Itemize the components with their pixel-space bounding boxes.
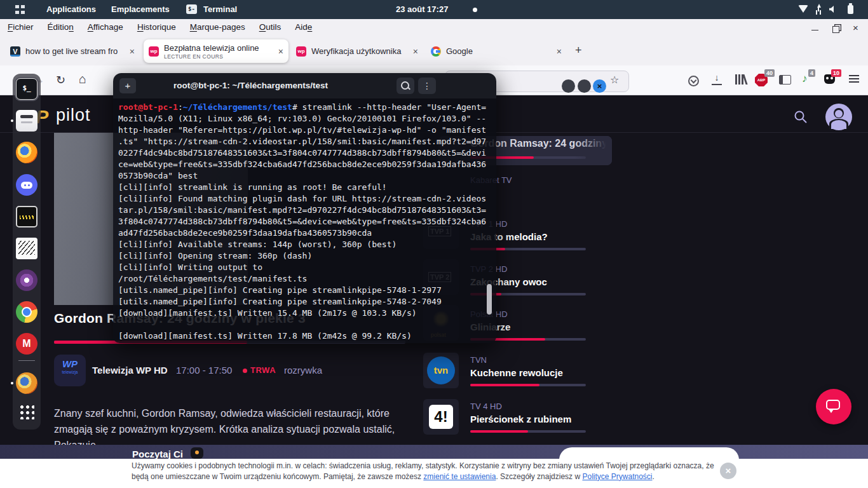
tab-close-icon[interactable]: × [409,46,418,57]
window-restore-button[interactable] [832,26,839,33]
tab-text: Bezpłatna telewizja onlineLECTURE EN COU… [164,43,275,60]
window-minimize-button[interactable] [811,24,818,30]
menu-affichage[interactable]: Affichage [88,22,123,32]
terminal-line: [cli][info] Available streams: 144p (wor… [118,239,491,250]
antenna-icon[interactable] [16,238,37,259]
terminal-output[interactable]: root@bt-pc-1:~/Téléchargements/test# str… [113,98,496,343]
pilot-brand[interactable]: pilot [56,105,91,125]
tab-4[interactable]: Google× [426,39,567,63]
window-close-button[interactable]: × [853,24,861,32]
firefox-icon-2[interactable] [16,372,37,394]
menu-marquepages[interactable]: Marque-pages [190,22,245,32]
pocket-icon[interactable] [688,76,699,86]
tab-close-icon[interactable]: × [126,46,135,57]
terminal-search-icon[interactable] [397,78,414,94]
cookie-settings-link[interactable]: zmienić te ustawienia [423,472,496,481]
wp-telewizja-logo[interactable]: WP telewizja [54,355,86,386]
library-icon[interactable] [735,74,737,85]
channel-progress-bar [470,430,586,433]
applications-menu[interactable]: Applications [46,4,96,14]
search-icon[interactable] [793,109,808,125]
places-menu[interactable]: Emplacements [111,4,170,14]
tab-text: how to get live stream fro [25,46,126,56]
bookmark-star-icon[interactable]: ☆ [610,74,619,86]
downloads-icon[interactable]: ↓ [712,72,722,85]
menu-aide[interactable]: Aide [295,22,312,32]
oscilloscope-icon[interactable] [16,206,37,227]
tv4-logo[interactable]: 4! [423,399,459,435]
mega-icon[interactable]: M [16,333,37,355]
promo-pill-button[interactable] [559,447,739,459]
hamburger-menu-icon[interactable] [849,75,859,76]
promo-icon [191,447,203,459]
wifi-icon[interactable] [798,5,808,13]
terminal-line: 3f804c0747774d388cb73dbff8794b80&t5=&dev… [118,216,491,227]
clock[interactable]: 23 août 17:27 [396,4,448,14]
upload-indicator-icon[interactable] [816,4,822,14]
terminal-line: 0227f4dc94bc8bd75187648351603&t3=3f804c0… [118,147,491,159]
dock: $_M [13,74,41,430]
terminal-line: [utils.named_pipe][info] Creating pipe s… [118,296,491,308]
channel-progress-bar [470,384,586,386]
files-icon[interactable] [16,110,37,132]
tab-close-icon[interactable]: × [275,46,283,57]
cookie-text-3: . [653,472,654,481]
avatar[interactable] [825,104,852,130]
cookie-close-button[interactable]: × [720,463,736,479]
tvn-logo[interactable]: tvn [423,353,459,388]
note-extension-icon[interactable]: ♪ [802,72,808,85]
program-genre: rozrywka [284,365,322,376]
battery-icon[interactable] [848,5,853,14]
terminal-window: + root@bt-pc-1: ~/Téléchargements/test ⋮… [113,73,496,343]
terminal-maximize-button[interactable] [578,79,591,93]
volume-icon[interactable] [829,6,834,13]
terminal-line: [cli][info] Found matching plugin dash f… [118,193,491,205]
extension-badge: 10 [831,69,841,77]
menu-outils[interactable]: Outils [259,22,281,32]
terminal-title: root@bt-pc-1: ~/Téléchargements/test [113,81,388,90]
menu-historique[interactable]: Historique [137,22,176,32]
chat-bubble-button[interactable] [816,389,851,424]
bottom-promo-banner[interactable]: Poczytaj Ci [0,445,868,459]
menu-fichier[interactable]: Fichier [8,22,34,32]
google-favicon [431,46,441,57]
sidebar-toggle-icon[interactable] [779,75,791,85]
app-grid-icon[interactable] [20,405,34,419]
channel-show-title[interactable]: Kuchenne rewolucje [470,367,563,378]
promo-text: Poczytaj Ci [132,449,183,459]
tab-title: Bezpłatna telewizja online [164,43,275,53]
running-indicator [11,119,13,122]
activities-grid-icon[interactable] [15,5,25,14]
terminal-minimize-button[interactable] [562,79,575,93]
cookie-text-2: . Szczegóły znajdziesz w [496,472,582,481]
note-extension-badge: 4 [808,69,815,77]
terminal-close-button[interactable]: × [593,79,606,93]
new-tab-button[interactable]: + [575,44,582,57]
menu-dition[interactable]: Édition [48,22,74,32]
terminal-line: ad47fd256bacb8de2ece9b0259f3daa19dafba43… [118,227,491,239]
terminal-menu-icon[interactable]: ⋮ [418,78,436,94]
channel-name: TV 4 HD [470,402,502,411]
terminal-scrollbar[interactable] [487,284,492,315]
discord-icon[interactable] [16,174,37,196]
tab-3[interactable]: wpWeryfikacja użytkownika× [291,39,423,63]
tab-2[interactable]: wpBezpłatna telewizja onlineLECTURE EN C… [144,39,288,63]
tab-close-icon[interactable]: × [553,46,562,57]
tor-browser-icon[interactable] [16,269,37,291]
home-button[interactable]: ⌂ [79,72,86,86]
terminal-line: [utils.named_pipe][info] Creating pipe s… [118,285,491,296]
terminal-icon[interactable]: $_ [16,78,37,100]
privacy-policy-link[interactable]: Polityce Prywatności [582,472,652,481]
active-window-label[interactable]: Terminal [203,4,237,14]
terminal-titlebar[interactable]: + root@bt-pc-1: ~/Téléchargements/test ⋮ [113,73,496,98]
browser-menubar: FichierÉditionAffichageHistoriqueMarque-… [0,19,868,36]
terminal-window-icon: $- [186,4,197,14]
chrome-icon[interactable] [16,301,37,323]
channel-show-title[interactable]: Pierścionek z rubinem [470,414,571,424]
firefox-icon[interactable] [16,142,37,163]
tab-1[interactable]: Vhow to get live stream fro× [5,39,140,63]
reload-button[interactable]: ↻ [56,73,65,87]
running-indicator [11,382,13,384]
tab-title: Weryfikacja użytkownika [311,46,409,56]
terminal-line: /root/Téléchargements/test/manifest.ts [118,273,491,285]
